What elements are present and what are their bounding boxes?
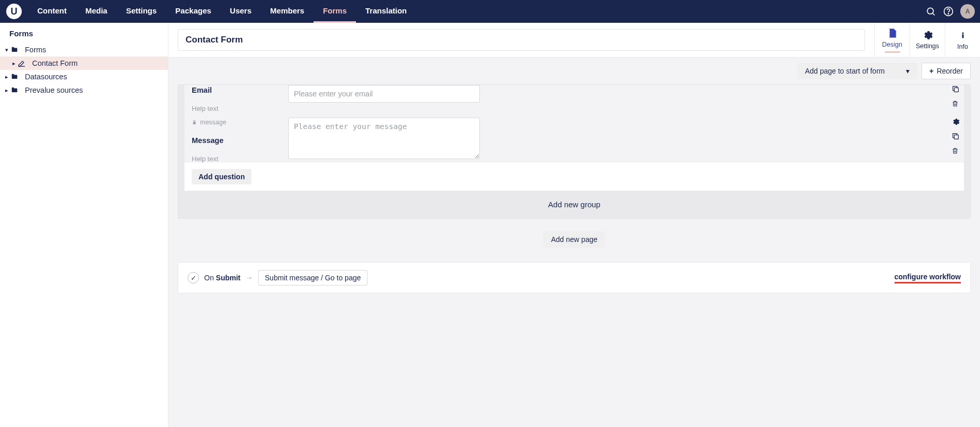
nav-tab-packages[interactable]: Packages [166,0,220,23]
field-help-text: Help text [192,155,288,163]
reorder-button[interactable]: Reorder [921,63,971,79]
folder-icon [10,46,20,53]
tree-node-label: Forms [25,46,46,54]
avatar[interactable]: A [960,4,975,19]
field-input-email[interactable] [288,85,480,103]
form-title-input[interactable] [178,29,865,51]
caret-right-icon[interactable]: ▸ [3,74,10,80]
tree-node-forms[interactable]: ▾Forms [0,43,168,56]
editor-tab-design[interactable]: Design [874,23,910,57]
workflow-step-button[interactable]: Submit message / Go to page [258,270,367,286]
tree-node-label: Prevalue sources [25,86,83,94]
svg-line-1 [933,13,935,16]
chevron-down-icon[interactable]: ▾ [899,63,917,79]
field-label: Email [192,86,288,94]
gear-icon [922,30,933,40]
svg-rect-7 [954,135,958,139]
editor-header: DesignSettingsInfo [168,23,980,58]
svg-point-3 [948,13,948,14]
editor-tab-info[interactable]: Info [945,23,980,57]
workflow-footer: ✓ On Submit → Submit message / Go to pag… [178,262,971,293]
configure-workflow-link[interactable]: configure workflow [894,273,961,283]
gear-icon[interactable] [951,118,961,127]
info-icon [959,30,967,41]
top-navbar: U ContentMediaSettingsPackagesUsersMembe… [0,0,980,23]
field-label: Message [192,136,288,145]
add-question-button[interactable]: Add question [192,169,251,184]
editor: DesignSettingsInfo Add page to start of … [168,23,980,427]
sidebar-section-title: Forms [0,23,168,43]
nav-tab-content[interactable]: Content [28,0,76,23]
arrow-right-icon: → [246,274,253,282]
tree-node-label: Datasources [25,73,67,81]
add-group-button[interactable]: Add new group [178,191,970,218]
nav-tab-media[interactable]: Media [76,0,117,23]
app-logo[interactable]: U [6,4,22,19]
svg-point-0 [927,8,933,14]
tree-node-datasources[interactable]: ▸Datasources [0,70,168,83]
field-row: messageMessageHelp text [184,118,964,163]
add-page-start-button[interactable]: Add page to start of form ▾ [797,63,917,79]
workflow-on-label: On Submit [204,274,240,282]
page-icon [887,27,898,39]
field-help-text: Help text [192,105,288,112]
copy-icon[interactable] [951,132,961,141]
field-row: EmailHelp text [184,85,964,112]
svg-point-4 [962,33,963,34]
search-icon[interactable] [922,3,940,20]
caret-right-icon[interactable]: ▸ [3,87,10,94]
copy-icon[interactable] [951,85,961,94]
editor-tab-label: Info [957,43,968,50]
nav-tab-members[interactable]: Members [261,0,314,23]
reorder-label: Reorder [936,67,963,75]
svg-rect-5 [962,34,963,38]
edit-icon [18,59,27,67]
add-page-button[interactable]: Add new page [543,231,605,248]
editor-tab-settings[interactable]: Settings [910,23,945,57]
nav-tab-translation[interactable]: Translation [356,0,416,23]
caret-right-icon[interactable]: ▸ [10,60,18,67]
editor-toolbar: Add page to start of form ▾ Reorder [168,58,980,84]
editor-tab-label: Design [882,41,902,48]
tree-node-prevalue-sources[interactable]: ▸Prevalue sources [0,83,168,97]
tree-node-label: Contact Form [32,59,78,67]
nav-tab-users[interactable]: Users [221,0,261,23]
folder-icon [10,87,20,94]
nav-tab-forms[interactable]: Forms [314,0,356,23]
plus-icon [929,67,933,75]
form-page: EmailHelp textmessageMessageHelp text Ad… [178,84,971,219]
trash-icon[interactable] [951,99,961,109]
tree-node-contact-form[interactable]: ▸Contact Form [0,56,168,70]
add-page-start-label: Add page to start of form [798,63,892,79]
nav-tab-settings[interactable]: Settings [117,0,166,23]
help-icon[interactable] [940,3,957,20]
trash-icon[interactable] [951,147,961,156]
field-input-message[interactable] [288,118,480,159]
editor-tab-label: Settings [916,42,939,50]
field-alias: message [192,119,288,126]
svg-rect-6 [954,88,958,92]
check-icon: ✓ [188,272,199,283]
sidebar: Forms ▾Forms▸Contact Form▸Datasources▸Pr… [0,23,168,427]
caret-down-icon[interactable]: ▾ [3,47,10,53]
folder-icon [10,73,20,80]
